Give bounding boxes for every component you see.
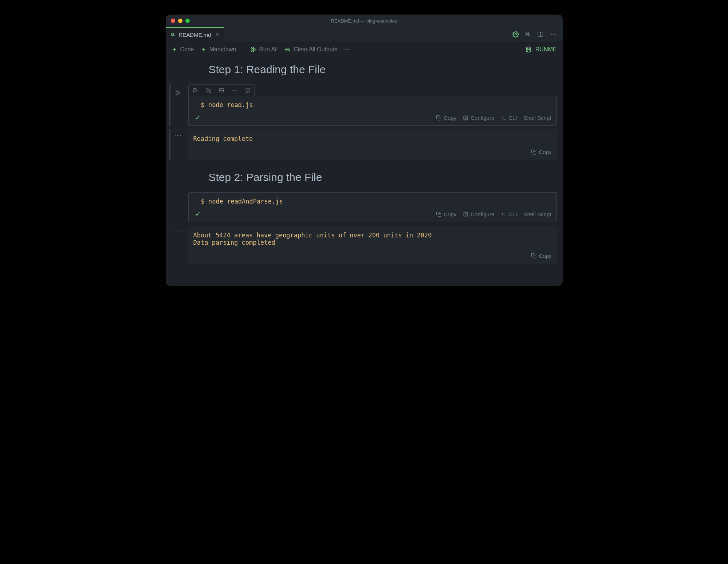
success-check-icon: ✓: [195, 210, 201, 218]
output-gutter-more-icon[interactable]: ···: [174, 131, 182, 139]
output-cell: ···Reading completeCopy: [172, 129, 557, 160]
notebook-toolbar: Code Markdown Run All Clear All Outputs …: [166, 42, 563, 58]
language-label: Shell Script: [524, 115, 551, 121]
copy-button[interactable]: Copy: [436, 211, 456, 217]
svg-rect-43: [533, 255, 536, 258]
cli-label: CLI: [508, 211, 517, 217]
svg-point-0: [515, 33, 516, 35]
output-cell: ···About 5424 areas have geographic unit…: [172, 226, 557, 264]
run-below-icon[interactable]: [202, 85, 215, 96]
markdown-icon: M↓: [171, 32, 176, 37]
svg-rect-23: [527, 48, 530, 50]
cell-status-bar: ✓CopyConfigureCLIShell Script: [189, 209, 556, 222]
svg-marker-27: [207, 88, 210, 92]
add-code-cell-button[interactable]: Code: [172, 46, 194, 53]
svg-point-41: [465, 213, 467, 215]
code-line[interactable]: $ node read.js: [189, 96, 556, 112]
add-code-label: Code: [180, 46, 194, 53]
clear-outputs-label: Clear All Outputs: [294, 46, 337, 53]
step-heading: Step 2: Parsing the File: [209, 171, 563, 184]
copy-button[interactable]: Copy: [436, 115, 456, 121]
copy-label: Copy: [444, 211, 456, 217]
toolbar-more-icon[interactable]: [344, 46, 350, 53]
command-text: node readAndParse.js: [208, 198, 283, 205]
cell-toolbar: [188, 84, 255, 96]
run-cell-button[interactable]: [174, 90, 181, 96]
language-indicator[interactable]: Shell Script: [524, 211, 551, 217]
close-tab-button[interactable]: ×: [216, 31, 219, 38]
zoom-window-button[interactable]: [185, 19, 190, 23]
configure-button[interactable]: Configure: [463, 115, 494, 121]
clear-outputs-button[interactable]: Clear All Outputs: [284, 46, 337, 53]
add-markdown-cell-button[interactable]: Markdown: [201, 46, 236, 53]
svg-rect-36: [438, 117, 441, 120]
code-cell: $ node readAndParse.js✓CopyConfigureCLIS…: [172, 192, 557, 222]
output-actions: Copy: [188, 147, 557, 160]
runme-icon: [525, 46, 532, 53]
svg-point-37: [465, 117, 467, 118]
window-title: README.md — blog-examples: [166, 18, 563, 24]
output-text: About 5424 areas have geographic units o…: [188, 226, 557, 251]
titlebar: README.md — blog-examples: [166, 15, 563, 27]
cell-body[interactable]: $ node readAndParse.js✓CopyConfigureCLIS…: [188, 192, 557, 222]
run-all-label: Run All: [259, 46, 278, 53]
run-above-icon[interactable]: [189, 85, 202, 96]
svg-marker-24: [176, 91, 180, 95]
output-text: Reading complete: [188, 129, 557, 147]
kernel-indicator[interactable]: RUNME: [525, 46, 557, 53]
prompt-symbol: $: [201, 101, 208, 109]
svg-point-4: [553, 34, 554, 35]
copy-output-button[interactable]: Copy: [531, 253, 551, 259]
copy-output-label: Copy: [539, 149, 551, 155]
svg-rect-39: [533, 151, 536, 154]
cell-status-bar: ✓CopyConfigureCLIShell Script: [189, 112, 556, 125]
cli-label: CLI: [508, 115, 517, 121]
tab-readme[interactable]: M↓ README.md ×: [166, 27, 224, 42]
editor-window: README.md — blog-examples M↓ README.md ×…: [166, 15, 563, 286]
run-all-button[interactable]: Run All: [250, 46, 278, 53]
svg-point-32: [234, 90, 235, 91]
svg-point-33: [236, 90, 236, 91]
svg-point-19: [349, 49, 349, 50]
divider: [243, 46, 243, 54]
cli-button[interactable]: CLI: [501, 211, 517, 217]
step-heading: Step 1: Reading the File: [209, 63, 563, 76]
language-indicator[interactable]: Shell Script: [524, 115, 551, 121]
add-markdown-label: Markdown: [209, 46, 236, 53]
more-actions-icon[interactable]: [550, 31, 557, 38]
configure-label: Configure: [471, 211, 494, 217]
copy-output-button[interactable]: Copy: [531, 149, 551, 155]
svg-rect-40: [438, 213, 441, 216]
svg-point-18: [347, 49, 347, 50]
language-label: Shell Script: [524, 211, 551, 217]
kernel-label: RUNME: [535, 46, 557, 53]
command-text: node read.js: [208, 101, 253, 109]
copy-label: Copy: [444, 115, 456, 121]
configure-label: Configure: [471, 115, 494, 121]
output-actions: Copy: [188, 251, 557, 264]
success-check-icon: ✓: [195, 114, 201, 122]
notebook-body: Step 1: Reading the File$ node read.js✓C…: [166, 58, 563, 286]
configure-button[interactable]: Configure: [463, 211, 494, 217]
split-cell-icon[interactable]: [215, 85, 228, 96]
svg-point-3: [551, 34, 552, 35]
tab-bar: M↓ README.md × M↓: [166, 27, 563, 42]
svg-point-17: [345, 49, 346, 50]
minimize-window-button[interactable]: [178, 19, 182, 23]
window-controls: [171, 19, 190, 23]
delete-cell-icon[interactable]: [241, 85, 254, 96]
split-editor-icon[interactable]: [537, 31, 544, 38]
cell-more-icon[interactable]: [228, 85, 241, 96]
cell-body[interactable]: $ node read.js✓CopyConfigureCLIShell Scr…: [188, 96, 557, 126]
code-cell: $ node read.js✓CopyConfigureCLIShell Scr…: [172, 84, 557, 126]
settings-gear-icon[interactable]: [512, 31, 519, 38]
code-line[interactable]: $ node readAndParse.js: [189, 193, 556, 209]
svg-point-31: [232, 90, 233, 91]
prompt-symbol: $: [201, 198, 208, 205]
cli-button[interactable]: CLI: [501, 115, 517, 121]
markdown-mode-indicator[interactable]: M↓: [526, 32, 531, 37]
tab-label: README.md: [179, 32, 211, 38]
output-gutter-more-icon[interactable]: ···: [174, 228, 182, 236]
svg-point-5: [555, 34, 556, 35]
close-window-button[interactable]: [171, 19, 175, 23]
